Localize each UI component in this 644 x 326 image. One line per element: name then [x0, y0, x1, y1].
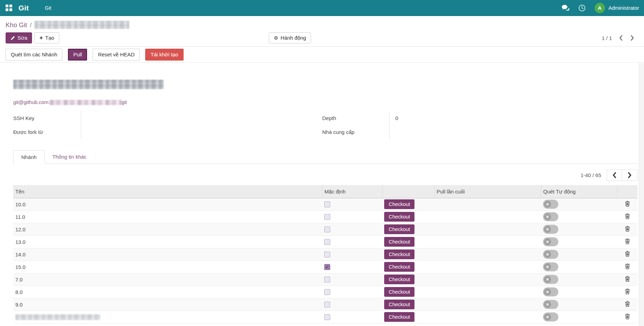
branch-row[interactable]: 14.0 Checkout ×	[13, 248, 637, 261]
column-header-last-pull[interactable]: Pull lần cuối	[434, 185, 541, 198]
breadcrumb-current-redacted	[34, 21, 129, 29]
branch-row[interactable]: 10.0 Checkout ×	[13, 198, 637, 210]
nav-menu-git[interactable]: Git	[45, 5, 52, 11]
user-menu[interactable]: A Administrator	[595, 3, 639, 13]
branches-pager-next-button[interactable]	[622, 169, 637, 181]
branches-table-body: 10.0 Checkout × 11.0 Checkout	[13, 198, 637, 323]
branches-pager-previous-button[interactable]	[607, 169, 622, 181]
auto-scan-toggle[interactable]: ×	[543, 212, 558, 221]
default-checkbox[interactable]	[324, 277, 330, 283]
auto-scan-toggle[interactable]: ×	[543, 200, 558, 209]
action-menu-button[interactable]: ⚙ Hành động	[269, 32, 311, 44]
checkout-button[interactable]: Checkout	[384, 275, 414, 284]
checkout-button[interactable]: Checkout	[384, 199, 414, 209]
repo-url-redacted	[50, 100, 122, 105]
trash-icon	[625, 238, 630, 244]
delete-row-button[interactable]	[623, 263, 631, 271]
branch-row[interactable]: 12.0 Checkout ×	[13, 223, 637, 236]
checkout-button[interactable]: Checkout	[384, 249, 414, 259]
trash-icon	[625, 263, 630, 269]
pager-previous-button[interactable]	[618, 34, 623, 41]
last-pull-cell	[434, 198, 541, 210]
tab-branches[interactable]: Nhánh	[13, 150, 45, 164]
messages-button[interactable]	[562, 5, 569, 11]
auto-scan-toggle[interactable]: ×	[543, 237, 558, 246]
branch-row[interactable]: 9.0 Checkout ×	[13, 298, 637, 311]
branch-row[interactable]: 8.0 Checkout ×	[13, 286, 637, 298]
tab-other-info[interactable]: Thông tin khác	[45, 150, 94, 164]
branch-name: 10.0	[13, 198, 322, 210]
branches-table: Tên Mặc định Pull lần cuối Quét Tự động …	[13, 185, 637, 324]
default-checkbox[interactable]	[324, 289, 330, 295]
checkout-button[interactable]: Checkout	[384, 237, 414, 247]
chevron-left-icon	[612, 172, 616, 178]
column-header-auto-scan[interactable]: Quét Tự động	[541, 185, 617, 198]
delete-row-button[interactable]	[623, 313, 631, 321]
auto-scan-toggle[interactable]: ×	[543, 262, 558, 271]
default-checkbox[interactable]	[324, 226, 330, 232]
column-header-default[interactable]: Mặc định	[322, 185, 382, 198]
default-checkbox[interactable]	[324, 214, 330, 220]
last-pull-cell	[434, 298, 541, 311]
branch-row[interactable]: 11.0 Checkout ×	[13, 210, 637, 223]
auto-scan-toggle[interactable]: ×	[543, 312, 558, 321]
trash-icon	[625, 313, 630, 319]
checkout-button[interactable]: Checkout	[384, 312, 414, 322]
auto-scan-toggle[interactable]: ×	[543, 250, 558, 259]
column-header-name[interactable]: Tên	[13, 185, 322, 198]
auto-scan-toggle[interactable]: ×	[543, 287, 558, 296]
checkout-button[interactable]: Checkout	[384, 262, 414, 272]
checkout-button[interactable]: Checkout	[384, 287, 414, 297]
branch-row[interactable]: Checkout ×	[13, 311, 637, 323]
reinitialize-button[interactable]: Tái khởi tạo	[145, 49, 183, 61]
pager-next-button[interactable]	[630, 34, 635, 41]
field-value-provider[interactable]	[395, 125, 515, 139]
app-brand[interactable]: Git	[18, 4, 29, 12]
last-pull-cell	[434, 261, 541, 273]
checkout-button[interactable]: Checkout	[384, 300, 414, 309]
last-pull-cell	[434, 210, 541, 223]
branch-row[interactable]: 15.0 ✓ Checkout ×	[13, 261, 637, 273]
breadcrumb-root-link[interactable]: Kho Git	[6, 21, 27, 29]
chat-icon	[562, 5, 569, 11]
auto-scan-toggle[interactable]: ×	[543, 225, 558, 234]
delete-row-button[interactable]	[623, 213, 631, 221]
default-checkbox[interactable]	[324, 239, 330, 245]
apps-grid-icon[interactable]	[6, 5, 12, 11]
trash-icon	[625, 251, 630, 257]
delete-row-button[interactable]	[623, 300, 631, 309]
repo-url-suffix[interactable]: git	[122, 100, 127, 105]
edit-button[interactable]: Sửa	[6, 32, 32, 44]
field-value-forked-from[interactable]	[87, 125, 322, 139]
field-value-ssh-key[interactable]	[87, 111, 322, 125]
repo-url-prefix[interactable]: git@github.com:	[13, 100, 50, 105]
trash-icon	[625, 276, 630, 282]
branches-pager: 1-40 / 65	[13, 164, 637, 185]
default-checkbox[interactable]	[324, 314, 330, 320]
pull-button[interactable]: Pull	[68, 49, 87, 61]
auto-scan-toggle[interactable]: ×	[543, 300, 558, 309]
branch-row[interactable]: 7.0 Checkout ×	[13, 273, 637, 286]
delete-row-button[interactable]	[623, 250, 631, 259]
delete-row-button[interactable]	[623, 200, 631, 208]
checkout-button[interactable]: Checkout	[384, 224, 414, 234]
default-checkbox[interactable]	[324, 302, 330, 308]
scan-branches-button[interactable]: Quét tìm các Nhánh	[6, 49, 62, 61]
toggle-off-icon: ×	[544, 201, 551, 208]
reset-head-button[interactable]: Reset về HEAD	[93, 49, 140, 61]
delete-row-button[interactable]	[623, 238, 631, 246]
vertical-scrollbar[interactable]	[639, 63, 644, 326]
delete-row-button[interactable]	[623, 225, 631, 233]
branch-row[interactable]: 13.0 Checkout ×	[13, 236, 637, 248]
activities-button[interactable]	[579, 5, 585, 11]
checkout-button[interactable]: Checkout	[384, 212, 414, 222]
default-checkbox[interactable]	[324, 201, 330, 207]
create-button[interactable]: + Tạo	[34, 32, 59, 44]
default-checkbox[interactable]	[324, 252, 330, 257]
pencil-icon	[10, 36, 15, 40]
field-value-depth[interactable]: 0	[395, 111, 515, 125]
auto-scan-toggle[interactable]: ×	[543, 275, 558, 284]
default-checkbox[interactable]: ✓	[324, 264, 330, 270]
delete-row-button[interactable]	[623, 275, 631, 284]
delete-row-button[interactable]	[623, 288, 631, 296]
